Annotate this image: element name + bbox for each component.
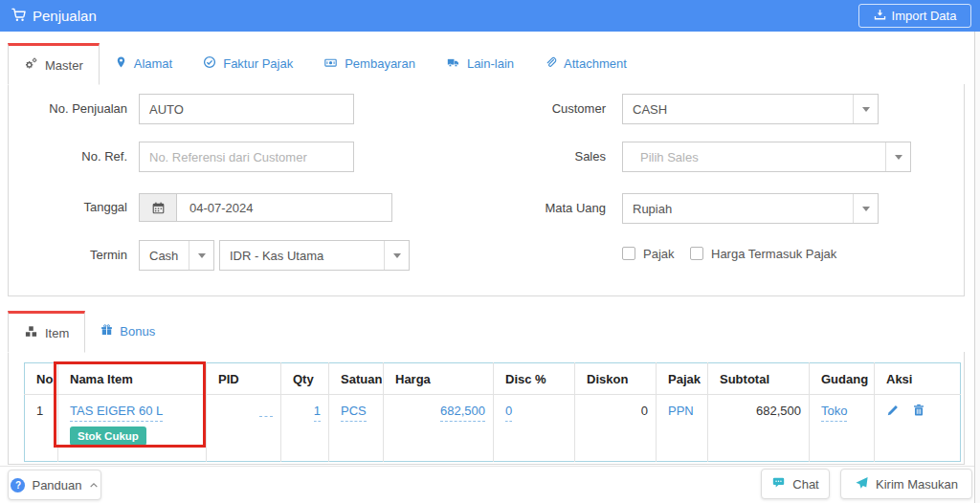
qty-editable[interactable]: 1 [314, 404, 321, 422]
footer-divider [0, 466, 980, 467]
sales-select[interactable]: Pilih Sales [622, 142, 911, 172]
pajak-checkbox-label: Pajak [643, 247, 675, 262]
no-ref-input[interactable] [139, 142, 354, 172]
col-subtotal: Subtotal [708, 363, 810, 395]
cubes-icon [24, 325, 38, 341]
panduan-button[interactable]: ? Panduan [8, 470, 101, 500]
pajak-link[interactable]: PPN [668, 404, 694, 418]
customer-value: CASH [623, 95, 853, 123]
tab-attachment-label: Attachment [564, 56, 627, 71]
check-circle-icon [203, 55, 216, 72]
tanggal-input[interactable]: 04-07-2024 [139, 193, 392, 222]
calendar-icon [140, 194, 177, 221]
chevron-down-icon [189, 241, 213, 270]
panduan-label: Panduan [32, 478, 81, 492]
harga-termasuk-pajak-checkbox[interactable] [690, 247, 703, 260]
chevron-up-icon [89, 478, 99, 492]
cell-qty: 1 [281, 395, 329, 462]
cell-diskon: 0 [575, 395, 657, 462]
table-header-row: No Nama Item PID Qty Satuan Harga Disc %… [25, 363, 961, 395]
col-harga: Harga [384, 363, 494, 395]
col-nama-item: Nama Item [58, 363, 207, 395]
tab-item[interactable]: Item [8, 311, 85, 353]
cell-aksi [875, 395, 961, 462]
chevron-down-icon [853, 95, 878, 123]
form-tabs: Master Alamat Faktur Pajak Pembayaran [8, 43, 965, 85]
scrollbar-track[interactable] [974, 32, 980, 503]
cell-pajak: PPN [657, 395, 708, 462]
termin-account-select[interactable]: IDR - Kas Utama [219, 240, 410, 271]
mata-uang-select[interactable]: Rupiah [622, 193, 879, 224]
customer-label: Customer [459, 94, 606, 124]
cell-nama-item: TAS EIGER 60 L Stok Cukup [58, 395, 207, 462]
customer-select[interactable]: CASH [622, 94, 879, 124]
page-title-wrap: Penjualan [11, 0, 97, 32]
cell-satuan: PCS [329, 395, 384, 462]
money-icon [323, 56, 338, 72]
tab-lain-lain-label: Lain-lain [467, 56, 514, 71]
satuan-editable[interactable]: PCS [341, 404, 367, 422]
truck-icon [446, 56, 460, 72]
chat-bubble-icon [771, 476, 786, 492]
tab-pembayaran[interactable]: Pembayaran [308, 43, 431, 84]
no-penjualan-input[interactable] [139, 94, 354, 124]
sales-placeholder: Pilih Sales [623, 142, 885, 171]
question-icon: ? [11, 478, 25, 492]
col-aksi: Aksi [875, 363, 961, 395]
disc-editable[interactable]: 0 [505, 404, 512, 422]
cell-disc: 0 [494, 395, 575, 462]
chevron-down-icon [384, 241, 409, 270]
page-title: Penjualan [33, 8, 97, 24]
pajak-checkbox[interactable] [622, 247, 635, 260]
tab-alamat-label: Alamat [134, 56, 172, 71]
cell-no: 1 [25, 395, 58, 462]
tab-bonus-label: Bonus [120, 324, 155, 339]
kirim-masukan-button[interactable]: Kirim Masukan [840, 469, 972, 499]
col-no: No [25, 363, 58, 395]
tanggal-value: 04-07-2024 [177, 194, 266, 221]
import-data-button[interactable]: Import Data [858, 4, 971, 28]
col-pajak: Pajak [657, 363, 708, 395]
chat-label: Chat [792, 477, 818, 492]
items-card: Item Bonus No Nama Item PID Q [8, 311, 965, 465]
cell-gudang: Toko [810, 395, 875, 462]
gudang-editable[interactable]: Toko [821, 404, 847, 422]
tab-bonus[interactable]: Bonus [85, 311, 170, 352]
tab-faktur-pajak[interactable]: Faktur Pajak [188, 43, 308, 84]
cell-harga: 682,500 [384, 395, 494, 462]
pid-editable[interactable] [259, 404, 273, 417]
edit-pencil-icon[interactable] [886, 404, 900, 420]
chevron-down-icon [885, 142, 910, 171]
items-table: No Nama Item PID Qty Satuan Harga Disc %… [24, 362, 961, 462]
no-penjualan-label: No. Penjualan [19, 94, 127, 124]
table-row: 1 TAS EIGER 60 L Stok Cukup 1 PCS 682,50… [25, 395, 961, 462]
delete-trash-icon[interactable] [912, 404, 925, 420]
item-name-link[interactable]: TAS EIGER 60 L [70, 404, 163, 422]
stock-status-badge: Stok Cukup [70, 426, 146, 446]
chevron-down-icon [853, 194, 878, 223]
termin-type-select[interactable]: Cash [139, 240, 214, 271]
no-ref-label: No. Ref. [19, 142, 127, 172]
col-satuan: Satuan [329, 363, 384, 395]
tab-lain-lain[interactable]: Lain-lain [431, 43, 529, 84]
tab-pembayaran-label: Pembayaran [345, 56, 415, 71]
tab-master[interactable]: Master [8, 43, 100, 85]
termin-type-value: Cash [140, 241, 189, 270]
mata-uang-label: Mata Uang [459, 193, 606, 224]
cell-pid [207, 395, 281, 462]
download-icon [874, 9, 886, 24]
harga-editable[interactable]: 682,500 [440, 404, 485, 422]
tab-item-label: Item [45, 326, 69, 340]
paper-plane-icon [855, 476, 869, 492]
col-pid: PID [207, 363, 281, 395]
cell-subtotal: 682,500 [708, 395, 810, 462]
sales-label: Sales [459, 142, 606, 172]
gears-icon [24, 56, 38, 74]
penjualan-page: Penjualan Import Data Master Alamat [0, 0, 980, 503]
tab-attachment[interactable]: Attachment [529, 43, 642, 84]
tab-alamat[interactable]: Alamat [100, 43, 188, 84]
chat-button[interactable]: Chat [761, 469, 830, 499]
import-data-label: Import Data [892, 9, 957, 23]
col-disc: Disc % [494, 363, 575, 395]
tanggal-label: Tanggal [19, 193, 127, 222]
